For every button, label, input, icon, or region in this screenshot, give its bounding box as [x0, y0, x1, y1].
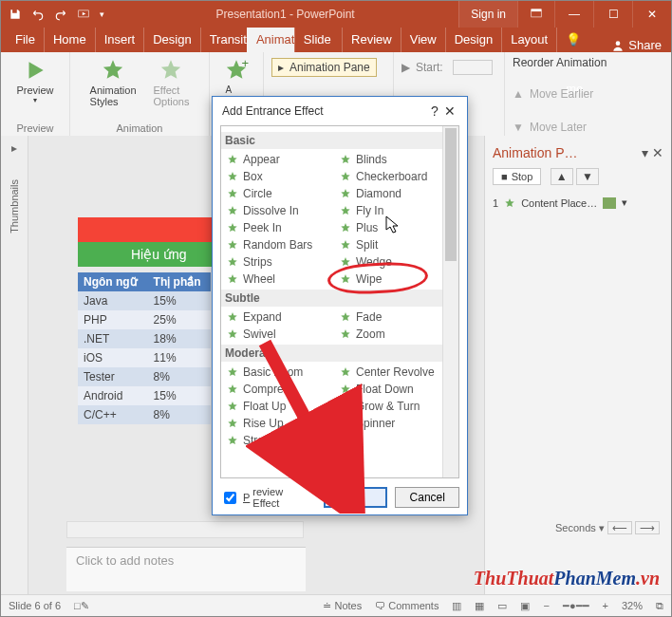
zoom-slider[interactable]: ━●━━	[563, 600, 589, 612]
sign-in-button[interactable]: Sign in	[458, 1, 517, 28]
start-dropdown[interactable]: ▶ Start:	[401, 58, 493, 77]
start-from-beginning-icon[interactable]	[77, 8, 90, 21]
dialog-scrollbar[interactable]	[442, 126, 458, 477]
tab-file[interactable]: File	[7, 28, 44, 52]
quick-access-toolbar: ▾	[1, 8, 112, 21]
effect-random-bars[interactable]: Random Bars	[227, 236, 340, 253]
save-icon[interactable]	[9, 8, 22, 21]
undo-icon[interactable]	[31, 8, 45, 21]
tab-design[interactable]: Design	[143, 28, 199, 52]
dialog-title: Add Entrance Effect	[222, 104, 324, 118]
window-title: Presentation1 - PowerPoint	[112, 8, 458, 21]
effect-rise-up[interactable]: Rise Up	[227, 415, 340, 432]
effect-float-down[interactable]: Float Down	[340, 381, 453, 398]
zoom-in-icon[interactable]: +	[603, 600, 608, 611]
animation-item[interactable]: 1 Content Place… ▾	[493, 196, 663, 209]
animation-pane-title: Animation P… ▾ ✕	[493, 145, 663, 160]
effect-basic-zoom[interactable]: Basic Zoom	[227, 364, 340, 381]
stop-button[interactable]: ■ Stop	[493, 168, 541, 185]
effect-spinner[interactable]: Spinner	[340, 415, 453, 432]
maximize-button[interactable]: ☐	[593, 1, 632, 28]
qat-dropdown-icon[interactable]: ▾	[100, 9, 104, 19]
category-moderate: Moderate	[221, 345, 458, 362]
tab-view[interactable]: View	[401, 28, 445, 52]
effect-checkerboard[interactable]: Checkerboard	[340, 168, 453, 185]
spellcheck-icon[interactable]: □✎	[74, 600, 89, 612]
tab-design2[interactable]: Design	[445, 28, 501, 52]
close-button[interactable]: ✕	[632, 1, 671, 28]
redo-icon[interactable]	[54, 8, 67, 21]
minimize-button[interactable]: —	[554, 1, 593, 28]
effect-split[interactable]: Split	[340, 236, 453, 253]
effect-expand[interactable]: Expand	[227, 308, 340, 326]
ribbon-display-options-icon[interactable]	[517, 1, 554, 28]
tab-layout[interactable]: Layout	[501, 28, 556, 52]
zoom-out-icon[interactable]: −	[543, 600, 549, 611]
svg-point-3	[616, 41, 621, 46]
animation-pane-button[interactable]: ▸Animation Pane	[271, 58, 377, 77]
effect-fade[interactable]: Fade	[340, 308, 453, 326]
effect-swivel[interactable]: Swivel	[227, 326, 340, 343]
cancel-button[interactable]: Cancel	[395, 487, 459, 508]
animation-styles-button[interactable]: Animation Styles	[86, 56, 140, 109]
dialog-close-icon[interactable]: ✕	[442, 103, 457, 119]
move-later-button[interactable]: ▼ Move Later	[513, 119, 587, 136]
normal-view-icon[interactable]: ▥	[452, 600, 461, 612]
ribbon-tabs: File Home Insert Design Transitions Anim…	[1, 28, 671, 52]
svg-rect-2	[532, 9, 542, 11]
effect-stretch[interactable]: Stretch	[227, 432, 340, 449]
table-row: Android15%	[78, 386, 211, 405]
effect-wheel[interactable]: Wheel	[227, 271, 340, 288]
tab-home[interactable]: Home	[44, 28, 95, 52]
effect-dissolve-in[interactable]: Dissolve In	[227, 202, 340, 219]
ok-button[interactable]: OK	[324, 487, 388, 508]
tab-review[interactable]: Review	[342, 28, 401, 52]
effect-box[interactable]: Box	[227, 168, 340, 185]
effect-peek-in[interactable]: Peek In	[227, 219, 340, 236]
effect-strips[interactable]: Strips	[227, 253, 340, 271]
effect-circle[interactable]: Circle	[227, 185, 340, 202]
slideshow-view-icon[interactable]: ▣	[520, 600, 530, 612]
share-button[interactable]: Share	[602, 38, 671, 52]
tab-insert[interactable]: Insert	[95, 28, 144, 52]
move-earlier-button[interactable]: ▲ Move Earlier	[513, 85, 593, 103]
effect-zoom[interactable]: Zoom	[340, 326, 453, 343]
effect-compress[interactable]: Compress	[227, 381, 340, 398]
tab-slideshow[interactable]: Slide Show	[294, 28, 342, 52]
sorter-view-icon[interactable]: ▦	[475, 600, 484, 612]
table-row: .NET18%	[78, 329, 211, 348]
anim-up-icon[interactable]: ▲	[551, 168, 573, 185]
zoom-level[interactable]: 32%	[622, 600, 643, 611]
tab-transitions[interactable]: Transitions	[200, 28, 247, 52]
anim-down-icon[interactable]: ▼	[576, 168, 599, 185]
effect-appear[interactable]: Appear	[227, 151, 340, 168]
reading-view-icon[interactable]: ▭	[497, 600, 507, 612]
effect-diamond[interactable]: Diamond	[340, 185, 453, 202]
reorder-label: Reorder Animation	[513, 56, 607, 69]
thumbnail-rail[interactable]: ▸ Thumbnails	[1, 136, 28, 595]
preview-button[interactable]: Preview▾	[12, 56, 57, 106]
table-row: PHP25%	[78, 310, 211, 329]
status-bar: Slide 6 of 6 □✎ ≐ Notes 🗨 Comments ▥ ▦ ▭…	[1, 594, 671, 616]
effect-list[interactable]: Basic AppearBoxCircleDissolve InPeek InR…	[220, 125, 459, 478]
dialog-help-icon[interactable]: ?	[427, 103, 442, 119]
effect-float-up[interactable]: Float Up	[227, 398, 340, 415]
tab-animations[interactable]: Animations	[247, 28, 294, 52]
effect-grow-&-turn[interactable]: Grow & Turn	[340, 398, 453, 415]
category-subtle: Subtle	[221, 290, 458, 307]
horizontal-scrollbar[interactable]	[66, 521, 304, 538]
expand-thumbnails-icon[interactable]: ▸	[11, 141, 17, 155]
effect-center-revolve[interactable]: Center Revolve	[340, 364, 453, 381]
animation-group-label: Animation	[117, 122, 163, 134]
cursor-icon	[385, 215, 401, 234]
comments-toggle[interactable]: 🗨 Comments	[375, 600, 439, 611]
seconds-label: Seconds ▾ ⟵ ⟶	[555, 522, 660, 534]
table-row: iOS11%	[78, 348, 211, 367]
effect-options-button[interactable]: Effect Options	[150, 56, 194, 109]
tell-me[interactable]: 💡 Tell me	[556, 28, 602, 52]
fit-to-window-icon[interactable]: ⧉	[656, 600, 663, 612]
preview-effect-checkbox[interactable]: Preview Effect	[220, 486, 308, 509]
notes-toggle[interactable]: ≐ Notes	[323, 600, 362, 612]
notes-pane[interactable]: Click to add notes	[66, 547, 306, 591]
effect-blinds[interactable]: Blinds	[340, 151, 453, 168]
